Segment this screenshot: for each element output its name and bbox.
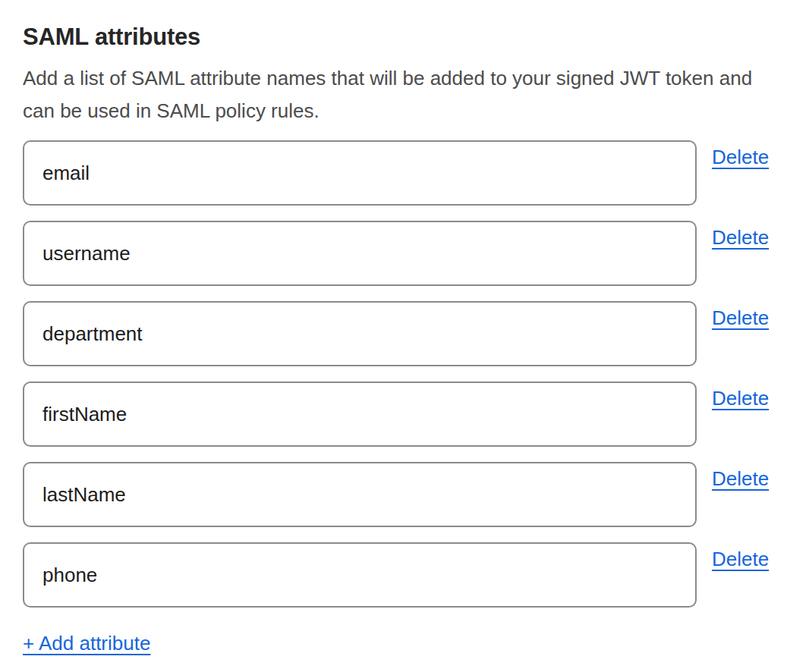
section-title: SAML attributes — [23, 23, 776, 52]
delete-attribute-link[interactable]: Delete — [712, 306, 769, 329]
delete-attribute-link[interactable]: Delete — [712, 387, 769, 410]
saml-attribute-row: Delete — [23, 301, 776, 366]
saml-attribute-row: Delete — [23, 221, 776, 286]
section-description: Add a list of SAML attribute names that … — [23, 62, 776, 127]
saml-attribute-input[interactable] — [23, 542, 697, 608]
delete-attribute-link[interactable]: Delete — [712, 146, 769, 168]
saml-attribute-row: Delete — [23, 542, 776, 608]
delete-attribute-link[interactable]: Delete — [712, 548, 769, 570]
attribute-list: Delete Delete Delete Delete Delete Delet… — [23, 140, 776, 608]
saml-attribute-row: Delete — [23, 462, 776, 527]
saml-attribute-input[interactable] — [23, 221, 697, 286]
saml-attribute-row: Delete — [23, 382, 776, 447]
saml-attribute-input[interactable] — [23, 382, 697, 447]
delete-attribute-link[interactable]: Delete — [712, 226, 769, 249]
delete-attribute-link[interactable]: Delete — [712, 467, 769, 490]
saml-attribute-input[interactable] — [23, 462, 697, 527]
add-attribute-link[interactable]: + Add attribute — [23, 632, 150, 655]
saml-attribute-input[interactable] — [23, 301, 697, 366]
saml-attribute-row: Delete — [23, 140, 776, 206]
saml-attribute-input[interactable] — [23, 140, 697, 206]
saml-attributes-section: SAML attributes Add a list of SAML attri… — [0, 0, 809, 655]
